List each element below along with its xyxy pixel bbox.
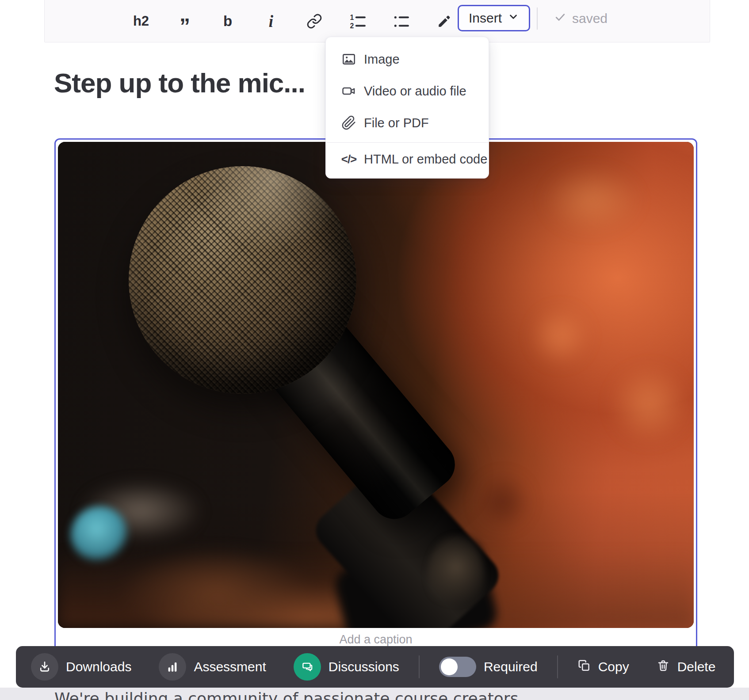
insert-label: Insert [469, 11, 502, 26]
saved-label: saved [572, 11, 608, 26]
menu-divider [326, 142, 489, 143]
toggle-knob [441, 658, 458, 675]
bar-divider [557, 655, 558, 678]
required-label: Required [484, 659, 538, 674]
menu-item-image[interactable]: Image [326, 43, 489, 75]
formatting-toolbar: h2 ” b i 12 Insert saved [44, 0, 710, 42]
microphone-image[interactable] [58, 142, 694, 628]
ordered-list-icon: 12 [349, 13, 366, 30]
link-icon [306, 13, 322, 29]
delete-label: Delete [677, 659, 716, 674]
download-icon [31, 653, 58, 681]
bullet-list-button[interactable] [392, 11, 410, 32]
assessment-button[interactable]: Assessment [159, 653, 266, 681]
heading2-button[interactable]: h2 [132, 11, 150, 32]
ordered-list-button[interactable]: 12 [349, 11, 367, 32]
video-camera-icon [340, 82, 358, 100]
menu-item-label: File or PDF [364, 116, 429, 130]
check-icon [554, 11, 566, 27]
menu-item-video-audio[interactable]: Video or audio file [326, 75, 489, 107]
lesson-title[interactable]: Step up to the mic... [54, 67, 305, 99]
mic-mount-highlight [427, 535, 485, 615]
discussions-chat-icon [294, 653, 321, 681]
menu-item-file-pdf[interactable]: File or PDF [326, 107, 489, 139]
downloads-label: Downloads [66, 659, 131, 674]
svg-text:1: 1 [350, 14, 354, 21]
save-status: saved [554, 0, 608, 40]
pen-icon [437, 14, 452, 29]
menu-item-html-embed[interactable]: </> HTML or embed code [326, 145, 489, 174]
insert-menu: Image Video or audio file File or PDF </… [325, 37, 489, 179]
code-icon: </> [340, 150, 358, 168]
block-action-bar: Downloads Assessment Discussions Require… [16, 646, 734, 688]
menu-item-label: Image [364, 52, 400, 67]
required-toggle[interactable] [439, 657, 476, 677]
bullet-list-icon [393, 13, 409, 30]
content-below: We're building a community of passionate… [0, 688, 749, 700]
assessment-label: Assessment [194, 659, 266, 674]
mic-grille [129, 166, 356, 394]
copy-icon [577, 659, 591, 675]
image-icon [340, 50, 358, 68]
highlight-pen-button[interactable] [436, 11, 453, 32]
discussions-button[interactable]: Discussions [294, 653, 399, 681]
svg-text:2: 2 [350, 22, 354, 30]
link-button[interactable] [306, 11, 323, 32]
bold-button[interactable]: b [219, 11, 237, 32]
selected-image-block[interactable] [54, 138, 697, 700]
image-caption-placeholder[interactable]: Add a caption [54, 633, 697, 647]
italic-button[interactable]: i [262, 11, 280, 32]
body-text-preview[interactable]: We're building a community of passionate… [54, 689, 518, 700]
menu-item-label: Video or audio file [364, 84, 466, 99]
copy-label: Copy [598, 659, 629, 674]
chevron-down-icon [508, 11, 519, 26]
blockquote-button[interactable]: ” [176, 15, 193, 36]
paperclip-icon [340, 114, 358, 132]
bar-divider [419, 655, 420, 678]
downloads-button[interactable]: Downloads [31, 653, 131, 681]
required-toggle-group: Required [439, 657, 538, 677]
delete-button[interactable]: Delete [657, 659, 716, 675]
discussions-label: Discussions [329, 659, 399, 674]
trash-icon [657, 659, 670, 675]
bar-chart-icon [159, 653, 186, 681]
copy-button[interactable]: Copy [577, 659, 629, 675]
insert-dropdown-button[interactable]: Insert [458, 5, 530, 31]
toolbar-divider [537, 8, 538, 30]
menu-item-label: HTML or embed code [364, 152, 487, 167]
